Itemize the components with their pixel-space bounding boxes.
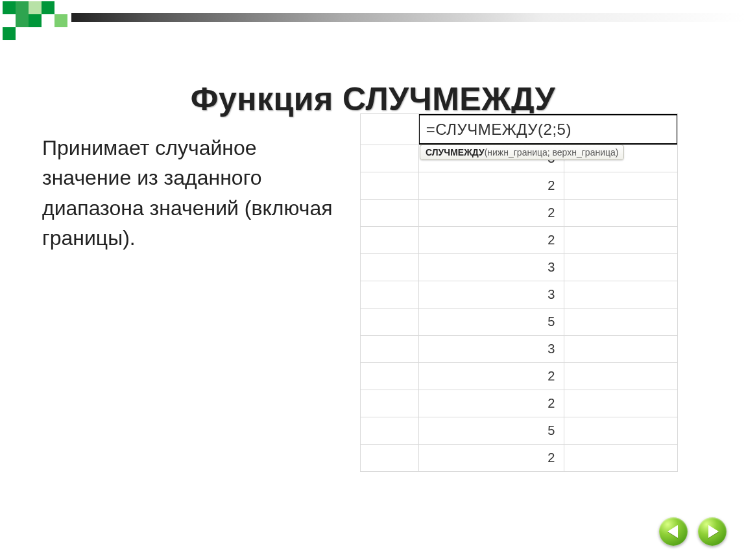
- formula-row: =СЛУЧМЕЖДУ(2;5): [361, 114, 678, 145]
- table-row: 3: [361, 254, 678, 281]
- formula-cell: =СЛУЧМЕЖДУ(2;5): [418, 114, 678, 145]
- cell-value: 2: [418, 227, 564, 254]
- slide-title: Функция СЛУЧМЕЖДУ: [0, 80, 746, 118]
- decorative-blocks: [0, 0, 78, 45]
- prev-button[interactable]: [659, 517, 688, 546]
- cell-value: 2: [418, 390, 564, 417]
- tooltip-fn: СЛУЧМЕЖДУ: [426, 147, 485, 158]
- formula-text: =СЛУЧМЕЖДУ(2;5): [426, 121, 572, 139]
- cell-value: 2: [418, 172, 564, 200]
- cell-value: 5: [418, 309, 564, 336]
- cell-value: 3: [418, 336, 564, 363]
- table-row: 5: [361, 417, 678, 445]
- next-button[interactable]: [698, 517, 727, 546]
- table-row: 2: [361, 445, 678, 472]
- cell-value: 2: [418, 200, 564, 227]
- cell-value: 5: [418, 417, 564, 445]
- table-row: 2: [361, 227, 678, 254]
- arrow-right-icon: [708, 525, 719, 538]
- table-row: 3: [361, 281, 678, 309]
- top-gradient-bar: [71, 13, 746, 22]
- spreadsheet-snippet: =СЛУЧМЕЖДУ(2;5) 3 2 2 2 3 3 5 3 2 2 5 2 …: [360, 113, 678, 472]
- cell-value: 2: [418, 363, 564, 390]
- cell-value: 2: [418, 445, 564, 472]
- spreadsheet-table: =СЛУЧМЕЖДУ(2;5) 3 2 2 2 3 3 5 3 2 2 5 2: [360, 113, 678, 472]
- cell-value: 3: [418, 281, 564, 309]
- formula-tooltip: СЛУЧМЕЖДУ(нижн_граница; верхн_граница): [420, 145, 624, 160]
- table-row: 5: [361, 309, 678, 336]
- table-row: 2: [361, 390, 678, 417]
- tooltip-args: (нижн_граница; верхн_граница): [485, 147, 619, 158]
- slide-description: Принимает случайное значение из заданног…: [42, 133, 334, 253]
- table-row: 2: [361, 200, 678, 227]
- table-row: 2: [361, 172, 678, 200]
- table-row: 2: [361, 363, 678, 390]
- arrow-left-icon: [668, 525, 678, 538]
- cell-value: 3: [418, 254, 564, 281]
- table-row: 3: [361, 336, 678, 363]
